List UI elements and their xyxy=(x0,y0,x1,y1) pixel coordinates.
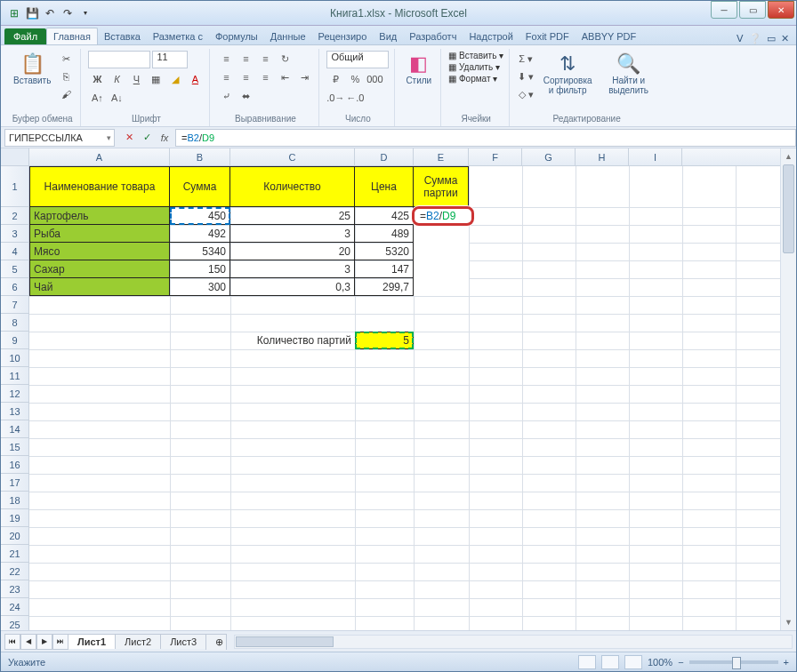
row-header-18[interactable]: 18 xyxy=(1,492,28,509)
sheet-tab-1[interactable]: Лист1 xyxy=(68,634,116,649)
cell-B3[interactable]: 492 xyxy=(170,225,230,243)
horizontal-scrollbar[interactable] xyxy=(234,635,793,649)
insert-cells-button[interactable]: ▦ Вставить ▾ xyxy=(448,51,503,60)
percent-icon[interactable]: % xyxy=(346,71,364,87)
row-header-21[interactable]: 21 xyxy=(1,545,28,563)
format-cells-button[interactable]: ▦ Формат ▾ xyxy=(448,74,497,84)
scroll-down-icon[interactable]: ▼ xyxy=(781,614,796,630)
cell-C5[interactable]: 3 xyxy=(230,260,355,278)
e2-editing-cell[interactable]: =B2/D9 xyxy=(412,206,474,226)
zoom-out-icon[interactable]: − xyxy=(678,657,683,668)
vertical-scrollbar[interactable]: ▲ ▼ xyxy=(780,148,796,630)
tab-review[interactable]: Рецензиро xyxy=(312,28,374,44)
cell-D3[interactable]: 489 xyxy=(355,225,414,243)
align-center-icon[interactable]: ≡ xyxy=(237,69,254,85)
close-button[interactable]: ✕ xyxy=(768,1,794,19)
paste-button[interactable]: 📋 Вставить xyxy=(10,51,54,87)
align-top-icon[interactable]: ≡ xyxy=(217,51,235,67)
cell-E6[interactable] xyxy=(414,278,469,296)
format-painter-icon[interactable]: 🖌 xyxy=(57,86,75,102)
tab-developer[interactable]: Разработч xyxy=(403,28,463,44)
dec-inc-icon[interactable]: .0→ xyxy=(326,90,344,106)
row-header-16[interactable]: 16 xyxy=(1,456,28,474)
row-header-7[interactable]: 7 xyxy=(1,296,28,314)
row-header-25[interactable]: 25 xyxy=(1,616,28,630)
row-header-1[interactable]: 1 xyxy=(1,166,28,207)
align-bot-icon[interactable]: ≡ xyxy=(256,51,274,67)
sheet-prev-icon[interactable]: ◀ xyxy=(20,634,36,650)
copy-icon[interactable]: ⎘ xyxy=(57,68,75,84)
help-icon[interactable]: ❔ xyxy=(749,33,761,44)
cell-E5[interactable] xyxy=(414,260,469,278)
name-box[interactable]: ГИПЕРССЫЛКА xyxy=(4,129,115,147)
underline-icon[interactable]: Ч xyxy=(127,71,145,87)
grow-font-icon[interactable]: A↑ xyxy=(88,90,106,106)
cell-C6[interactable]: 0,3 xyxy=(230,278,355,296)
align-right-icon[interactable]: ≡ xyxy=(256,69,274,85)
cell-A3[interactable]: Рыба xyxy=(29,225,170,243)
row-header-17[interactable]: 17 xyxy=(1,474,28,492)
sheet-tab-2[interactable]: Лист2 xyxy=(115,634,161,649)
cell-A5[interactable]: Сахар xyxy=(29,260,170,278)
col-header-b[interactable]: B xyxy=(170,148,230,165)
tab-foxit[interactable]: Foxit PDF xyxy=(519,28,576,44)
row-header-24[interactable]: 24 xyxy=(1,598,28,616)
page-layout-view-icon[interactable] xyxy=(601,655,619,669)
tab-abbyy[interactable]: ABBYY PDF xyxy=(576,28,643,44)
cell-A1[interactable]: Наименование товара xyxy=(29,166,170,207)
autosum-icon[interactable]: Σ ▾ xyxy=(517,51,535,67)
row-header-8[interactable]: 8 xyxy=(1,314,28,332)
cell-D2[interactable]: 425 xyxy=(355,207,414,225)
row-header-11[interactable]: 11 xyxy=(1,367,28,385)
ribbon-options-icon[interactable]: ▭ xyxy=(767,33,776,44)
minimize-ribbon-icon[interactable]: ᐯ xyxy=(737,33,744,44)
undo-icon[interactable]: ↶ xyxy=(42,5,58,21)
col-header-g[interactable]: G xyxy=(522,148,576,165)
col-header-h[interactable]: H xyxy=(576,148,629,165)
cell-C2[interactable]: 25 xyxy=(230,207,355,225)
align-left-icon[interactable]: ≡ xyxy=(217,69,235,85)
font-color-icon[interactable]: A xyxy=(186,71,204,87)
select-all-corner[interactable] xyxy=(1,148,29,166)
cell-E4[interactable] xyxy=(414,243,469,260)
cell-C4[interactable]: 20 xyxy=(230,243,355,260)
cancel-formula-icon[interactable]: ✕ xyxy=(122,132,136,143)
zoom-in-icon[interactable]: + xyxy=(784,657,789,668)
cell-E1[interactable]: Сумма партии xyxy=(414,166,469,207)
row-header-15[interactable]: 15 xyxy=(1,438,28,456)
col-header-d[interactable]: D xyxy=(355,148,414,165)
cell-B1[interactable]: Сумма xyxy=(170,166,230,207)
align-mid-icon[interactable]: ≡ xyxy=(237,51,254,67)
cell-B6[interactable]: 300 xyxy=(170,278,230,296)
tab-insert[interactable]: Вставка xyxy=(98,28,147,44)
scroll-thumb[interactable] xyxy=(783,164,794,253)
tab-formulas[interactable]: Формулы xyxy=(209,28,264,44)
orientation-icon[interactable]: ↻ xyxy=(276,51,294,67)
normal-view-icon[interactable] xyxy=(578,655,596,669)
cells[interactable]: Наименование товараСуммаКоличествоЦенаСу… xyxy=(29,166,780,630)
row-header-4[interactable]: 4 xyxy=(1,243,28,260)
bold-icon[interactable]: Ж xyxy=(88,71,106,87)
indent-dec-icon[interactable]: ⇤ xyxy=(276,69,294,85)
sheet-tab-3[interactable]: Лист3 xyxy=(160,634,206,649)
currency-icon[interactable]: ₽ xyxy=(326,71,344,87)
find-select-button[interactable]: 🔍 Найти и выделить xyxy=(600,51,656,97)
cell-E3[interactable] xyxy=(414,225,469,243)
styles-button[interactable]: ◧ Стили xyxy=(402,51,435,87)
row-header-6[interactable]: 6 xyxy=(1,278,28,296)
col-header-e[interactable]: E xyxy=(414,148,469,165)
comma-icon[interactable]: 000 xyxy=(366,71,383,87)
cell-A4[interactable]: Мясо xyxy=(29,243,170,260)
delete-cells-button[interactable]: ▦ Удалить ▾ xyxy=(448,62,500,72)
close-doc-icon[interactable]: ✕ xyxy=(781,33,789,44)
cell-C9[interactable]: Количество партий xyxy=(230,332,355,349)
clear-icon[interactable]: ◇ ▾ xyxy=(517,86,535,102)
cell-A6[interactable]: Чай xyxy=(29,278,170,296)
col-header-c[interactable]: C xyxy=(230,148,355,165)
sort-filter-button[interactable]: ⇅ Сортировка и фильтр xyxy=(537,51,598,97)
border-icon[interactable]: ▦ xyxy=(147,71,165,87)
enter-formula-icon[interactable]: ✓ xyxy=(140,132,154,143)
tab-addins[interactable]: Надстрой xyxy=(463,28,519,44)
cell-C3[interactable]: 3 xyxy=(230,225,355,243)
qat-dropdown-icon[interactable]: ▾ xyxy=(77,5,93,21)
